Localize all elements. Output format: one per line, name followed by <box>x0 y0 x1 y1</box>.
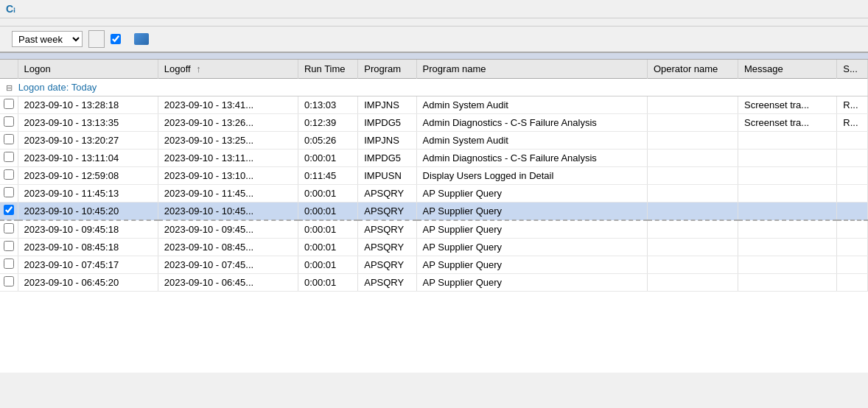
cell-opname <box>647 239 738 256</box>
cell-program: IMPDG5 <box>358 114 416 132</box>
cell-logon: 2023-09-10 - 08:45:18 <box>18 239 158 256</box>
table-row[interactable]: 2023-09-10 - 12:59:08 2023-09-10 - 13:10… <box>0 167 868 185</box>
cell-logoff: 2023-09-10 - 13:10... <box>158 167 298 185</box>
table-row[interactable]: 2023-09-10 - 06:45:20 2023-09-10 - 06:45… <box>0 274 868 292</box>
show-detail-checkbox[interactable] <box>111 34 121 44</box>
table-row[interactable]: 2023-09-10 - 07:45:17 2023-09-10 - 07:45… <box>0 256 868 274</box>
cell-runtime: 0:00:01 <box>298 256 357 274</box>
row-checkbox-cell[interactable] <box>0 132 18 150</box>
col-header-s[interactable]: S... <box>837 60 868 79</box>
cell-s: R... <box>837 96 868 114</box>
cell-program: APSQRY <box>358 220 416 239</box>
row-checkbox-cell[interactable] <box>0 203 18 221</box>
transactions-header <box>0 53 868 60</box>
table-row[interactable]: 2023-09-10 - 11:45:13 2023-09-10 - 11:45… <box>0 185 868 203</box>
cell-s <box>837 256 868 274</box>
toolbar: Past week Today Past month Past year <box>0 27 868 53</box>
table-row[interactable]: 2023-09-10 - 13:11:04 2023-09-10 - 13:11… <box>0 150 868 167</box>
cell-progname: Display Users Logged in Detail <box>416 167 647 185</box>
cell-progname: Admin System Audit <box>416 132 647 150</box>
cell-logoff: 2023-09-10 - 11:45... <box>158 185 298 203</box>
row-checkbox[interactable] <box>4 152 14 162</box>
cell-s <box>837 274 868 292</box>
cell-opname <box>647 256 738 274</box>
cell-logoff: 2023-09-10 - 13:26... <box>158 114 298 132</box>
row-checkbox-cell[interactable] <box>0 114 18 132</box>
cell-program: IMPDG5 <box>358 150 416 167</box>
cell-logoff: 2023-09-10 - 13:41... <box>158 96 298 114</box>
row-checkbox-cell[interactable] <box>0 256 18 274</box>
table-row[interactable]: 2023-09-10 - 10:45:20 2023-09-10 - 10:45… <box>0 203 868 221</box>
cell-logon: 2023-09-10 - 11:45:13 <box>18 185 158 203</box>
row-checkbox[interactable] <box>4 258 14 269</box>
cell-program: IMPUSN <box>358 167 416 185</box>
row-checkbox[interactable] <box>4 276 14 286</box>
col-header-runtime[interactable]: Run Time <box>298 60 357 79</box>
menu-functions[interactable] <box>35 20 50 24</box>
col-header-opname[interactable]: Operator name <box>647 60 738 79</box>
row-checkbox[interactable] <box>4 99 14 109</box>
row-checkbox[interactable] <box>4 134 14 144</box>
cell-opname <box>647 203 738 221</box>
cell-logon: 2023-09-10 - 13:20:27 <box>18 132 158 150</box>
cell-opname <box>647 150 738 167</box>
cell-message <box>738 185 837 203</box>
row-checkbox-cell[interactable] <box>0 167 18 185</box>
table-body: ⊟ Logon date: Today 2023-09-10 - 13:28:1… <box>0 79 868 292</box>
table-row[interactable]: 2023-09-10 - 13:13:35 2023-09-10 - 13:26… <box>0 114 868 132</box>
cell-opname <box>647 114 738 132</box>
cell-logoff: 2023-09-10 - 06:45... <box>158 274 298 292</box>
cell-progname: AP Supplier Query <box>416 185 647 203</box>
cell-logoff: 2023-09-10 - 10:45... <box>158 203 298 221</box>
menu-options[interactable] <box>21 20 35 24</box>
cell-logon: 2023-09-10 - 13:11:04 <box>18 150 158 167</box>
cell-message: Screenset tra... <box>738 96 837 114</box>
cell-runtime: 0:00:01 <box>298 220 357 239</box>
cell-message <box>738 132 837 150</box>
row-checkbox[interactable] <box>4 187 14 197</box>
row-checkbox-cell[interactable] <box>0 220 18 239</box>
row-checkbox-cell[interactable] <box>0 239 18 256</box>
cell-progname: AP Supplier Query <box>416 203 647 221</box>
row-checkbox-cell[interactable] <box>0 96 18 114</box>
row-checkbox-cell[interactable] <box>0 274 18 292</box>
table-row[interactable]: 2023-09-10 - 09:45:18 2023-09-10 - 09:45… <box>0 220 868 239</box>
row-checkbox-cell[interactable] <box>0 185 18 203</box>
col-header-logon[interactable]: Logon <box>18 60 158 79</box>
cell-logoff: 2023-09-10 - 13:25... <box>158 132 298 150</box>
cell-logon: 2023-09-10 - 07:45:17 <box>18 256 158 274</box>
transactions-table: Logon Logoff ↑ Run Time Program Program … <box>0 60 868 292</box>
menu-file[interactable] <box>6 20 21 24</box>
col-header-message[interactable]: Message <box>738 60 837 79</box>
custom-filter-icon <box>134 33 149 45</box>
show-custom-filter-button[interactable] <box>130 32 156 46</box>
cell-runtime: 0:11:45 <box>298 167 357 185</box>
row-checkbox[interactable] <box>4 169 14 180</box>
col-header-progname[interactable]: Program name <box>416 60 647 79</box>
cell-runtime: 0:12:39 <box>298 114 357 132</box>
cell-progname: AP Supplier Query <box>416 220 647 239</box>
cell-s <box>837 220 868 239</box>
row-checkbox[interactable] <box>4 223 14 233</box>
row-checkbox-cell[interactable] <box>0 150 18 167</box>
cell-logon: 2023-09-10 - 06:45:20 <box>18 274 158 292</box>
col-header-program[interactable]: Program <box>358 60 416 79</box>
group-header-row: ⊟ Logon date: Today <box>0 79 868 96</box>
show-detail-label[interactable] <box>111 34 124 44</box>
cell-message <box>738 203 837 221</box>
refresh-view-button[interactable] <box>88 30 105 48</box>
row-checkbox[interactable] <box>4 205 14 215</box>
table-row[interactable]: 2023-09-10 - 13:28:18 2023-09-10 - 13:41… <box>0 96 868 114</box>
sort-arrow-logoff: ↑ <box>196 63 201 74</box>
table-header-row: Logon Logoff ↑ Run Time Program Program … <box>0 60 868 79</box>
cell-runtime: 0:13:03 <box>298 96 357 114</box>
row-checkbox[interactable] <box>4 116 14 127</box>
cell-logon: 2023-09-10 - 09:45:18 <box>18 220 158 239</box>
group-collapse-icon[interactable]: ⊟ <box>6 83 13 92</box>
col-header-logoff[interactable]: Logoff ↑ <box>158 60 298 79</box>
cell-progname: Admin Diagnostics - C-S Failure Analysis <box>416 114 647 132</box>
time-filter-select[interactable]: Past week Today Past month Past year <box>12 31 83 47</box>
row-checkbox[interactable] <box>4 241 14 251</box>
table-row[interactable]: 2023-09-10 - 08:45:18 2023-09-10 - 08:45… <box>0 239 868 256</box>
table-row[interactable]: 2023-09-10 - 13:20:27 2023-09-10 - 13:25… <box>0 132 868 150</box>
